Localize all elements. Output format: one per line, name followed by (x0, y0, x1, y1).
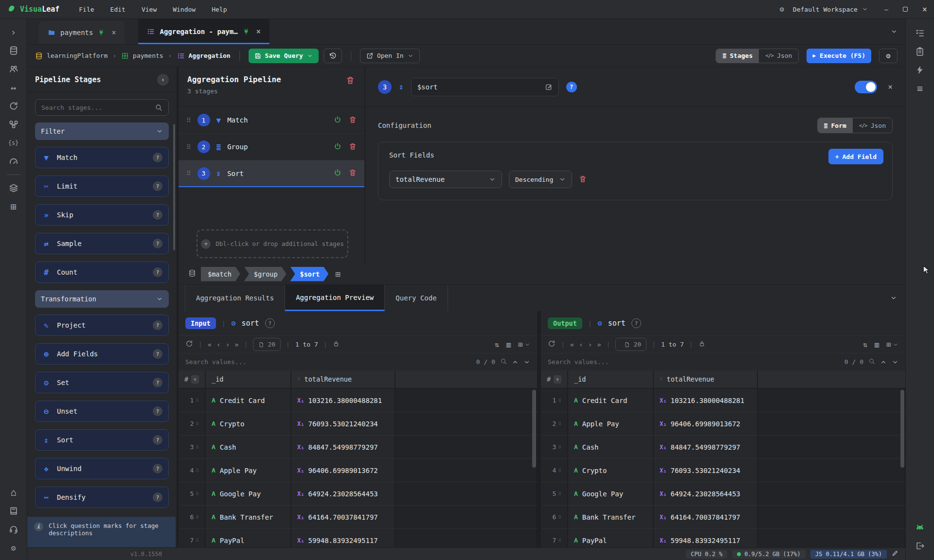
cell-id[interactable]: AApple Pay (206, 459, 291, 482)
cell-value[interactable]: X₁96406.69989013672 (291, 459, 395, 482)
sort-rows-icon[interactable]: ⇅ (863, 340, 867, 349)
table-row[interactable]: 3⠿ACashX₁84847.54998779297 (179, 436, 537, 459)
menu-item-file[interactable]: File (79, 6, 94, 13)
cell-value[interactable]: X₁96406.69989013672 (654, 412, 758, 435)
table-row[interactable]: 3⠿ACashX₁84847.54998779297 (541, 436, 905, 459)
checklist-rail-icon[interactable] (910, 24, 930, 42)
row-drag-icon[interactable]: ⠿ (196, 398, 199, 403)
row-drag-icon[interactable]: ⠿ (196, 445, 199, 450)
menu-rail-icon[interactable]: ≡ (910, 79, 930, 98)
table-row[interactable]: 1⠿ACredit CardX₁103216.38000488281 (179, 389, 537, 412)
menu-item-view[interactable]: View (142, 6, 157, 13)
column-header-value[interactable]: ⠿totalRevenue (654, 370, 758, 388)
query-history-button[interactable] (323, 49, 342, 63)
pipeline-stage-match[interactable]: ⠿1▼Match (179, 107, 364, 134)
table-row[interactable]: 7⠿APayPalX₁59948.83932495117 (179, 529, 537, 547)
columns-icon[interactable]: ▥ (875, 340, 879, 349)
docs-nav-icon[interactable] (4, 502, 23, 520)
table-row[interactable]: 4⠿ACryptoX₁76093.53021240234 (541, 459, 905, 482)
edit-status-icon[interactable] (892, 550, 898, 558)
close-window-button[interactable]: × (922, 4, 927, 14)
refresh-button[interactable] (185, 340, 193, 349)
search-icon[interactable] (500, 358, 507, 366)
stage-item-sample[interactable]: ⇄Sample? (35, 233, 169, 254)
menu-item-edit[interactable]: Edit (110, 6, 126, 13)
row-drag-icon[interactable]: ⠿ (558, 515, 561, 520)
collapse-preview-icon[interactable] (882, 285, 905, 311)
stage-group-filter[interactable]: Filter (35, 122, 169, 140)
page-size-input[interactable]: 20 (615, 338, 647, 351)
settings-nav-icon[interactable]: ⚙ (4, 539, 23, 557)
cell-id[interactable]: AApple Pay (568, 412, 654, 435)
breadcrumb-item-learningplatform[interactable]: learningPlatform (35, 52, 108, 60)
row-drag-icon[interactable]: ⠿ (196, 491, 199, 496)
flow-chip--sort[interactable]: $sort (290, 267, 329, 281)
input-table-scrollbar[interactable] (532, 390, 536, 468)
delete-stage-icon[interactable] (349, 116, 357, 125)
row-drag-icon[interactable]: ⠿ (196, 421, 199, 426)
preview-tab-query-code[interactable]: Query Code (385, 285, 448, 311)
stage-item-set[interactable]: ⚙Set? (35, 372, 169, 393)
stage-help-icon[interactable]: ? (153, 153, 162, 162)
workspace-gear-icon[interactable]: ⚙ (780, 5, 784, 14)
add-field-button[interactable]: + Add Field (828, 149, 883, 164)
json-mode-button[interactable]: </> Json (853, 118, 892, 133)
flow-chip--group[interactable]: $group (244, 267, 287, 281)
stage-operator-input[interactable]: $sort (411, 78, 559, 96)
next-page-button[interactable]: › (588, 341, 592, 349)
output-table-scrollbar[interactable] (900, 390, 904, 468)
cpu-usage-badge[interactable]: CPU 0.2 % (686, 550, 727, 559)
breadcrumb-item-payments[interactable]: payments (121, 52, 163, 60)
minimize-button[interactable]: — (884, 6, 888, 13)
stage-help-icon[interactable]: ? (153, 435, 162, 445)
row-drag-icon[interactable]: ⠿ (558, 398, 561, 403)
last-page-button[interactable]: » (234, 341, 238, 349)
stage-help-icon[interactable]: ? (153, 239, 162, 248)
row-drag-icon[interactable]: ⠿ (196, 515, 199, 520)
table-row[interactable]: 1⠿ACredit CardX₁103216.38000488281 (541, 389, 905, 412)
refresh-button[interactable] (548, 340, 556, 349)
column-header-id[interactable]: _id (568, 370, 654, 388)
close-tab-icon[interactable]: × (111, 28, 116, 37)
settings-button[interactable]: ⚙ (879, 49, 898, 63)
cell-value[interactable]: X₁84847.54998779297 (291, 436, 395, 458)
js-heap-badge[interactable]: JS 0.11/4.1 GB (3%) (810, 550, 887, 559)
stage-help-icon[interactable]: ? (153, 267, 162, 277)
column-header-id[interactable]: _id (206, 370, 291, 388)
close-config-icon[interactable]: × (888, 82, 893, 91)
table-icon[interactable]: ⊞ (335, 269, 340, 279)
row-drag-icon[interactable]: ⠿ (558, 468, 561, 473)
search-values-input[interactable]: Search values... (185, 358, 246, 366)
tab-aggregation[interactable]: Aggregation - paym… × (138, 19, 269, 44)
cell-value[interactable]: X₁64164.70037841797 (291, 506, 395, 528)
delete-stage-icon[interactable] (349, 142, 357, 152)
cell-value[interactable]: X₁59948.83932495117 (654, 529, 758, 547)
delete-stage-icon[interactable] (349, 169, 357, 178)
search-icon[interactable] (868, 358, 875, 366)
cell-id[interactable]: ACash (206, 436, 291, 458)
memory-usage-badge[interactable]: 0.9/5.2 GB (17%) (732, 550, 806, 559)
column-header-num[interactable]: #⇅ (541, 370, 568, 388)
row-drag-icon[interactable]: ⠿ (196, 468, 199, 473)
stage-enabled-icon[interactable] (334, 116, 341, 125)
table-nav-icon[interactable]: ⊞ (4, 197, 23, 216)
stage-item-project[interactable]: ✎Project? (35, 315, 169, 336)
pipeline-stage-sort[interactable]: ⠿3⇕Sort (179, 160, 364, 187)
cell-value[interactable]: X₁103216.38000488281 (654, 389, 758, 412)
cell-value[interactable]: X₁76093.53021240234 (654, 459, 758, 482)
search-stages-input[interactable]: Search stages... (35, 99, 169, 116)
lock-icon[interactable] (699, 340, 705, 349)
sort-column-icon[interactable]: ⇅ (554, 375, 561, 384)
cell-id[interactable]: ACredit Card (568, 389, 654, 412)
menu-item-window[interactable]: Window (173, 6, 196, 13)
first-page-button[interactable]: « (208, 341, 212, 349)
stage-group-transformation[interactable]: Transformation (35, 290, 169, 308)
table-row[interactable]: 6⠿ABank TransferX₁64164.70037841797 (179, 506, 537, 529)
stages-view-button[interactable]: ≣ Stages (716, 49, 759, 63)
cell-id[interactable]: ACash (568, 436, 654, 458)
stage-item-limit[interactable]: ✂Limit? (35, 175, 169, 197)
cell-value[interactable]: X₁76093.53021240234 (291, 412, 395, 435)
cell-id[interactable]: ACrypto (568, 459, 654, 482)
cell-value[interactable]: X₁59948.83932495117 (291, 529, 395, 547)
breadcrumb-item-aggregation[interactable]: Aggregation (177, 52, 231, 60)
